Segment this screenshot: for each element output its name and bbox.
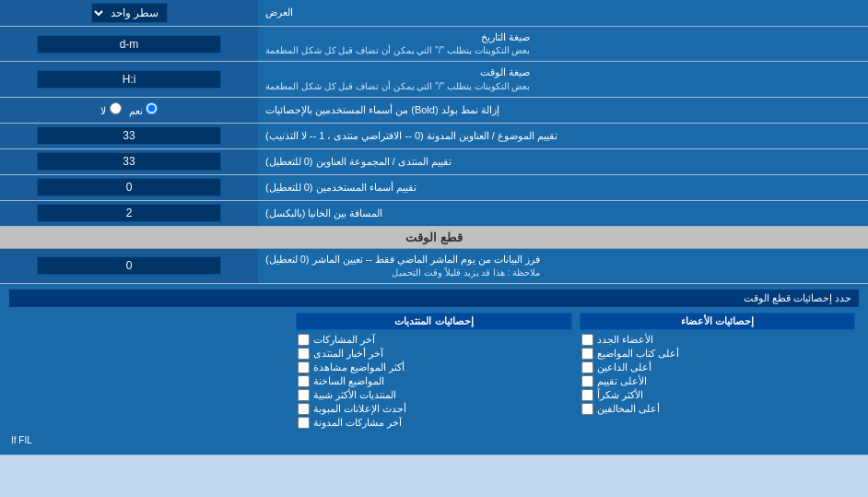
title-row: العرض سطر واحد سطرين ثلاثة أسطر [0, 0, 868, 27]
footer-note: If FIL [9, 432, 859, 449]
checkbox-most-viewed[interactable] [298, 361, 310, 373]
checkbox-top-rated[interactable] [581, 375, 593, 387]
user-names-field[interactable] [37, 178, 221, 196]
bold-radio-group: نعم لا [100, 102, 157, 117]
cutoff-field[interactable] [37, 256, 221, 275]
stats-section-header: حدد إحصائيات قطع الوقت [9, 290, 859, 307]
stats-item-last-posts: آخر المشاركات [296, 333, 571, 347]
stats-col1-header: إحصائيات الأعضاء [580, 313, 855, 330]
checkbox-most-thankful[interactable] [581, 389, 593, 401]
stats-item-latest-classifieds: أحدث الإعلانات المبوبة [296, 402, 571, 416]
checkbox-top-violators[interactable] [581, 403, 593, 415]
space-row: المسافة بين الخانيا (بالبكسل) [0, 201, 868, 227]
forum-titles-field[interactable] [37, 152, 221, 171]
checkbox-new-members[interactable] [581, 334, 593, 346]
stats-item-most-viewed: أكثر المواضيع مشاهدة [296, 361, 571, 374]
stats-item-last-blog-posts: آخر مشاركات المدونة [296, 416, 571, 430]
stats-item-forum-news: آخر أخبار المنتدى [296, 347, 571, 361]
bold-remove-label: إزالة نمط بولد (Bold) من أسماء المستخدمي… [258, 98, 868, 123]
time-format-row: صيغة الوقت بعض التكوينات يتطلب "/" التي … [0, 62, 868, 97]
topic-titles-row: تقييم الموضوع / العناوين المدونة (0 -- ا… [0, 124, 868, 149]
stats-item-most-similar: المنتديات الأكثر شبية [296, 388, 571, 402]
stats-item-top-topic-writers: أعلى كتاب المواضيع [580, 347, 855, 361]
stats-item-new-members: الأعضاء الجدد [580, 333, 855, 347]
checkbox-top-inviters[interactable] [581, 361, 593, 373]
date-format-field[interactable] [37, 35, 221, 53]
cutoff-input-wrap[interactable] [0, 249, 258, 283]
stats-item-top-rated: الأعلى تقييم [580, 374, 855, 388]
bold-no-radio[interactable] [110, 102, 122, 114]
cutoff-section-header: قطع الوقت [0, 227, 868, 249]
forum-titles-label: تقييم المنتدى / المجموعة العناوين (0 للت… [258, 149, 868, 174]
checkbox-top-topic-writers[interactable] [581, 348, 593, 360]
time-format-field[interactable] [37, 70, 221, 89]
checkbox-forum-news[interactable] [298, 348, 310, 360]
stats-item-most-thankful: الأكثر شكراً [580, 388, 855, 402]
checkbox-last-posts[interactable] [298, 334, 310, 346]
checkbox-hot-topics[interactable] [298, 375, 310, 387]
date-format-label: صيغة التاريخ بعض التكوينات يتطلب "/" الت… [258, 27, 868, 61]
space-label: المسافة بين الخانيا (بالبكسل) [258, 201, 868, 226]
time-format-label: صيغة الوقت بعض التكوينات يتطلب "/" التي … [258, 62, 868, 96]
time-format-input-wrap[interactable] [0, 62, 258, 96]
bold-no-label[interactable]: لا [100, 102, 121, 117]
topic-titles-field[interactable] [37, 126, 221, 145]
checkbox-most-similar[interactable] [298, 389, 310, 401]
bold-remove-row: إزالة نمط بولد (Bold) من أسماء المستخدمي… [0, 98, 868, 124]
user-names-row: تقييم أسماء المستخدمين (0 للتعطيل) [0, 175, 868, 201]
date-format-input-wrap[interactable] [0, 27, 258, 61]
space-field[interactable] [37, 204, 221, 222]
stats-item-top-inviters: أعلى الداعين [580, 361, 855, 374]
stats-item-top-violators: أعلى المخالفين [580, 402, 855, 416]
stats-columns: إحصائيات الأعضاء الأعضاء الجدد أعلى كتاب… [9, 311, 859, 432]
bold-remove-input-wrap: نعم لا [0, 98, 258, 123]
forum-titles-input-wrap[interactable] [0, 149, 258, 174]
display-mode-input[interactable]: سطر واحد سطرين ثلاثة أسطر [0, 0, 258, 26]
stats-col-forums: إحصائيات المنتديات آخر المشاركات آخر أخب… [292, 311, 575, 432]
bold-yes-label[interactable]: نعم [129, 102, 158, 117]
stats-col3 [9, 311, 292, 432]
date-format-row: صيغة التاريخ بعض التكوينات يتطلب "/" الت… [0, 27, 868, 62]
topic-titles-label: تقييم الموضوع / العناوين المدونة (0 -- ا… [258, 124, 868, 148]
cutoff-row: فرز البيانات من يوم الماشر الماضي فقط --… [0, 249, 868, 284]
stats-col2-header: إحصائيات المنتديات [296, 313, 571, 330]
forum-titles-row: تقييم المنتدى / المجموعة العناوين (0 للت… [0, 149, 868, 175]
display-mode-select[interactable]: سطر واحد سطرين ثلاثة أسطر [91, 3, 168, 23]
checkbox-last-blog-posts[interactable] [298, 417, 310, 429]
page-title: العرض [258, 0, 868, 26]
stats-item-hot-topics: المواضيع الساخنة [296, 374, 571, 388]
main-container: العرض سطر واحد سطرين ثلاثة أسطر صيغة الت… [0, 0, 868, 456]
checkbox-latest-classifieds[interactable] [298, 403, 310, 415]
cutoff-label: فرز البيانات من يوم الماشر الماضي فقط --… [258, 249, 868, 283]
topic-titles-input-wrap[interactable] [0, 124, 258, 148]
stats-col-members: إحصائيات الأعضاء الأعضاء الجدد أعلى كتاب… [576, 311, 859, 432]
space-input-wrap[interactable] [0, 201, 258, 226]
stats-section: حدد إحصائيات قطع الوقت إحصائيات الأعضاء … [0, 284, 868, 456]
user-names-label: تقييم أسماء المستخدمين (0 للتعطيل) [258, 175, 868, 200]
user-names-input-wrap[interactable] [0, 175, 258, 200]
bold-yes-radio[interactable] [146, 102, 158, 114]
